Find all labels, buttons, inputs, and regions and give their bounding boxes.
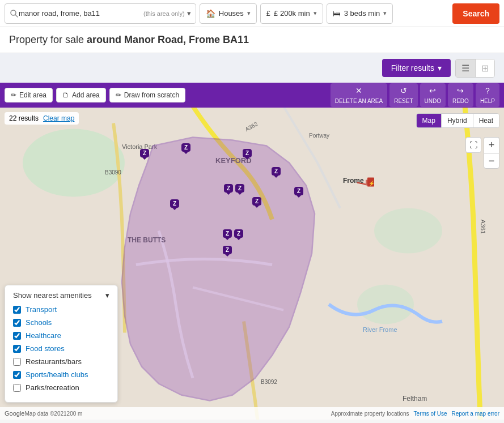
pencil-icon: ✏ bbox=[116, 91, 121, 99]
filter-results-button[interactable]: Filter results ▾ bbox=[382, 59, 451, 77]
edit-area-button[interactable]: ✏ Edit area bbox=[5, 88, 53, 102]
draw-from-scratch-button[interactable]: ✏ Draw from scratch bbox=[109, 88, 185, 102]
map-data-label: Map data ©2021 bbox=[24, 411, 66, 417]
amenity-restaurants: Restaurants/bars bbox=[13, 357, 109, 366]
add-area-label: Add area bbox=[72, 91, 100, 99]
food-stores-checkbox[interactable] bbox=[13, 345, 21, 353]
zoom-in-button[interactable]: + bbox=[484, 137, 499, 153]
amenities-panel: Show nearest amenities ▾ Transport Schoo… bbox=[5, 285, 118, 403]
list-view-button[interactable]: ☰ bbox=[456, 59, 476, 77]
healthcare-checkbox[interactable] bbox=[13, 332, 21, 340]
sports-checkbox[interactable] bbox=[13, 371, 21, 379]
reset-label: RESET bbox=[394, 98, 413, 104]
location-input[interactable] bbox=[19, 9, 143, 18]
reset-button[interactable]: ↺ RESET bbox=[389, 83, 417, 107]
property-type-dropdown[interactable]: 🏠 Houses ▾ bbox=[200, 3, 257, 24]
map-footer: Google Map data ©2021 200 m Approximate … bbox=[0, 407, 504, 420]
fullscreen-button[interactable]: ⛶ bbox=[465, 137, 481, 153]
edit-area-icon: ✏ bbox=[11, 91, 16, 99]
food-stores-label[interactable]: Food stores bbox=[26, 344, 65, 353]
page-title: Property for sale around Manor Road, Fro… bbox=[9, 34, 495, 46]
svg-text:A361: A361 bbox=[480, 220, 486, 234]
bed-icon: 🛏 bbox=[333, 9, 341, 18]
undo-button[interactable]: ↩ UNDO bbox=[420, 83, 446, 107]
transport-checkbox[interactable] bbox=[13, 306, 21, 314]
schools-label[interactable]: Schools bbox=[26, 318, 52, 327]
add-area-icon: 🗋 bbox=[62, 91, 69, 99]
redo-button[interactable]: ↪ REDO bbox=[448, 83, 473, 107]
zoom-out-button[interactable]: − bbox=[484, 153, 499, 169]
hybrid-view-button[interactable]: Hybrid bbox=[442, 114, 473, 127]
amenity-healthcare: Healthcare bbox=[13, 331, 109, 340]
add-area-button[interactable]: 🗋 Add area bbox=[56, 88, 106, 102]
page-title-bar: Property for sale around Manor Road, Fro… bbox=[0, 27, 504, 53]
schools-checkbox[interactable] bbox=[13, 319, 21, 327]
svg-point-4 bbox=[374, 208, 442, 254]
price-dropdown[interactable]: £ £ 200k min ▾ bbox=[260, 3, 323, 24]
beds-dropdown[interactable]: 🛏 3 beds min ▾ bbox=[327, 3, 393, 24]
results-count: 22 results bbox=[9, 114, 39, 122]
search-icon bbox=[10, 9, 19, 18]
amenities-header-label: Show nearest amenities bbox=[13, 291, 92, 300]
healthcare-label[interactable]: Healthcare bbox=[26, 331, 61, 340]
map-container: ✏ Edit area 🗋 Add area ✏ Draw from scrat… bbox=[0, 83, 504, 420]
terms-link[interactable]: Terms of Use bbox=[414, 411, 447, 417]
svg-point-5 bbox=[357, 285, 414, 324]
svg-line-1 bbox=[15, 15, 18, 17]
page-title-prefix: Property for sale bbox=[9, 34, 87, 45]
redo-label: REDO bbox=[452, 98, 469, 104]
undo-label: UNDO bbox=[425, 98, 441, 104]
amenity-schools: Schools bbox=[13, 318, 109, 327]
restaurants-label[interactable]: Restaurants/bars bbox=[26, 357, 82, 366]
help-icon: ? bbox=[485, 86, 490, 95]
svg-text:B3090: B3090 bbox=[105, 169, 121, 176]
map-view-toggle: Map Hybrid Heat bbox=[416, 113, 499, 128]
beds-chevron-icon: ▾ bbox=[383, 10, 387, 17]
map-view-icon-button[interactable]: ⊞ bbox=[476, 59, 494, 77]
amenity-parks: Parks/recreation bbox=[13, 383, 109, 392]
search-button[interactable]: Search bbox=[452, 3, 499, 24]
report-link[interactable]: Report a map error bbox=[452, 411, 499, 417]
amenity-sports: Sports/health clubs bbox=[13, 370, 109, 379]
location-input-wrap[interactable]: (this area only) ▾ bbox=[5, 3, 196, 24]
svg-point-3 bbox=[23, 129, 125, 197]
zoom-controls: + − bbox=[484, 137, 499, 169]
beds-label: 3 beds min bbox=[344, 9, 380, 18]
restaurants-checkbox[interactable] bbox=[13, 358, 21, 366]
price-label: £ 200k min bbox=[274, 9, 310, 18]
area-only-label: (this area only) bbox=[143, 10, 185, 17]
sports-label[interactable]: Sports/health clubs bbox=[26, 370, 88, 379]
approximate-label: Approximate property locations bbox=[331, 411, 409, 417]
amenity-food-stores: Food stores bbox=[13, 344, 109, 353]
scale-label: 200 m bbox=[67, 411, 83, 417]
parks-checkbox[interactable] bbox=[13, 384, 21, 392]
footer-links: Approximate property locations Terms of … bbox=[331, 411, 499, 417]
edit-area-label: Edit area bbox=[19, 91, 46, 99]
clear-map-link[interactable]: Clear map bbox=[43, 114, 74, 122]
reset-icon: ↺ bbox=[400, 86, 407, 95]
delete-area-button[interactable]: ✕ DELETE AN AREA bbox=[331, 83, 387, 107]
heat-view-button[interactable]: Heat bbox=[473, 114, 499, 127]
pound-icon: £ bbox=[266, 9, 270, 18]
help-label: HELP bbox=[480, 98, 495, 104]
filter-chevron-icon: ▾ bbox=[438, 63, 442, 72]
redo-icon: ↪ bbox=[457, 86, 464, 95]
svg-text:River Frome: River Frome bbox=[363, 326, 397, 333]
filter-bar: Filter results ▾ ☰ ⊞ bbox=[0, 53, 504, 83]
amenities-header[interactable]: Show nearest amenities ▾ bbox=[13, 291, 109, 300]
parks-label[interactable]: Parks/recreation bbox=[26, 383, 79, 392]
amenity-transport: Transport bbox=[13, 305, 109, 314]
delete-icon: ✕ bbox=[355, 86, 362, 95]
help-button[interactable]: ? HELP bbox=[476, 83, 499, 107]
property-type-chevron-icon: ▾ bbox=[247, 10, 251, 17]
view-toggle: ☰ ⊞ bbox=[455, 59, 495, 78]
page-title-bold: around Manor Road, Frome BA11 bbox=[87, 34, 249, 45]
house-icon: 🏠 bbox=[206, 9, 215, 18]
map-view-button[interactable]: Map bbox=[417, 114, 442, 127]
results-info: 22 results Clear map bbox=[5, 112, 79, 125]
draw-from-scratch-label: Draw from scratch bbox=[124, 91, 179, 99]
search-bar: (this area only) ▾ 🏠 Houses ▾ £ £ 200k m… bbox=[0, 0, 504, 27]
svg-text:Feltham: Feltham bbox=[403, 395, 427, 403]
property-type-label: Houses bbox=[219, 9, 244, 18]
transport-label[interactable]: Transport bbox=[26, 305, 57, 314]
